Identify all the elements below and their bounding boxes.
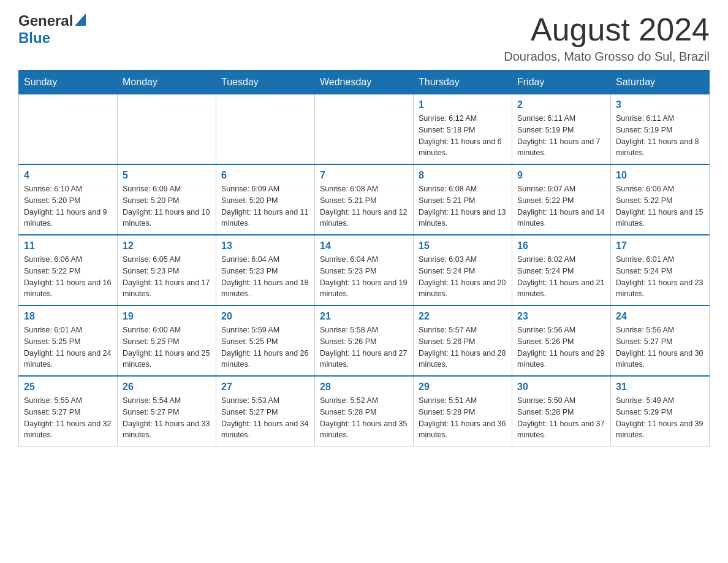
day-info: Sunrise: 6:08 AMSunset: 5:21 PMDaylight:… (320, 183, 408, 229)
page-header: General Blue August 2024 Dourados, Mato … (18, 12, 710, 64)
day-info-line: Daylight: 11 hours and 35 minutes. (320, 419, 407, 440)
day-info-line: Sunset: 5:23 PM (123, 267, 179, 275)
day-info-line: Sunset: 5:27 PM (616, 337, 672, 346)
day-info: Sunrise: 5:49 AMSunset: 5:29 PMDaylight:… (616, 395, 704, 441)
day-number: 17 (616, 240, 704, 251)
svg-marker-0 (75, 13, 86, 26)
day-info-line: Sunrise: 6:04 AM (221, 255, 279, 264)
calendar-cell: 27Sunrise: 5:53 AMSunset: 5:27 PMDayligh… (216, 376, 315, 446)
day-info-line: Daylight: 11 hours and 37 minutes. (517, 419, 604, 440)
day-number: 20 (221, 311, 309, 322)
day-number: 24 (616, 311, 704, 322)
day-info-line: Daylight: 11 hours and 17 minutes. (123, 278, 210, 299)
day-number: 4 (24, 170, 112, 181)
day-info: Sunrise: 6:07 AMSunset: 5:22 PMDaylight:… (517, 183, 605, 229)
day-number: 23 (517, 311, 605, 322)
day-info: Sunrise: 6:03 AMSunset: 5:24 PMDaylight:… (419, 254, 507, 300)
calendar-cell: 25Sunrise: 5:55 AMSunset: 5:27 PMDayligh… (19, 376, 118, 446)
day-number: 28 (320, 381, 408, 393)
day-number: 5 (123, 170, 211, 181)
calendar-cell: 28Sunrise: 5:52 AMSunset: 5:28 PMDayligh… (315, 376, 414, 446)
day-info-line: Daylight: 11 hours and 26 minutes. (221, 349, 308, 369)
calendar-cell: 19Sunrise: 6:00 AMSunset: 5:25 PMDayligh… (118, 305, 216, 376)
day-info-line: Daylight: 11 hours and 7 minutes. (517, 137, 601, 158)
day-info-line: Sunrise: 5:59 AM (221, 326, 279, 334)
day-info-line: Sunset: 5:20 PM (221, 196, 278, 205)
day-info-line: Sunrise: 5:49 AM (616, 396, 674, 405)
day-info: Sunrise: 5:52 AMSunset: 5:28 PMDaylight:… (320, 395, 408, 441)
column-header-monday: Monday (118, 71, 216, 94)
column-header-saturday: Saturday (611, 71, 710, 94)
day-info-line: Sunrise: 6:08 AM (419, 185, 477, 193)
day-info-line: Sunset: 5:21 PM (419, 196, 475, 205)
day-info-line: Daylight: 11 hours and 6 minutes. (419, 137, 502, 158)
day-info-line: Sunset: 5:26 PM (320, 337, 376, 346)
day-info: Sunrise: 6:11 AMSunset: 5:19 PMDaylight:… (616, 113, 704, 159)
calendar-cell: 4Sunrise: 6:10 AMSunset: 5:20 PMDaylight… (19, 164, 118, 235)
day-number: 2 (517, 99, 605, 110)
day-number: 11 (24, 240, 112, 251)
day-info: Sunrise: 5:54 AMSunset: 5:27 PMDaylight:… (123, 395, 211, 441)
logo-arrow-icon (75, 13, 86, 28)
day-info-line: Sunrise: 5:51 AM (419, 396, 477, 405)
day-info-line: Sunset: 5:28 PM (517, 408, 574, 416)
day-info-line: Sunset: 5:18 PM (419, 126, 475, 134)
day-info: Sunrise: 6:09 AMSunset: 5:20 PMDaylight:… (123, 183, 211, 229)
day-number: 6 (221, 170, 309, 181)
day-info: Sunrise: 6:00 AMSunset: 5:25 PMDaylight:… (123, 324, 211, 370)
calendar-week-row: 1Sunrise: 6:12 AMSunset: 5:18 PMDaylight… (19, 94, 710, 165)
day-info-line: Sunset: 5:23 PM (320, 267, 376, 275)
day-info-line: Sunset: 5:24 PM (616, 267, 672, 275)
calendar-cell: 31Sunrise: 5:49 AMSunset: 5:29 PMDayligh… (611, 376, 710, 446)
day-info: Sunrise: 5:57 AMSunset: 5:26 PMDaylight:… (419, 324, 507, 370)
calendar-week-row: 18Sunrise: 6:01 AMSunset: 5:25 PMDayligh… (19, 305, 710, 376)
day-info-line: Daylight: 11 hours and 30 minutes. (616, 349, 703, 369)
calendar-cell: 12Sunrise: 6:05 AMSunset: 5:23 PMDayligh… (118, 235, 216, 305)
day-info-line: Daylight: 11 hours and 23 minutes. (616, 278, 703, 299)
day-info-line: Daylight: 11 hours and 11 minutes. (221, 208, 308, 228)
day-number: 12 (123, 240, 211, 251)
day-info-line: Sunset: 5:22 PM (24, 267, 80, 275)
day-info-line: Sunrise: 5:58 AM (320, 326, 378, 334)
day-info: Sunrise: 6:06 AMSunset: 5:22 PMDaylight:… (616, 183, 704, 229)
day-info-line: Sunset: 5:22 PM (616, 196, 672, 205)
calendar-cell: 29Sunrise: 5:51 AMSunset: 5:28 PMDayligh… (414, 376, 512, 446)
calendar-cell: 17Sunrise: 6:01 AMSunset: 5:24 PMDayligh… (611, 235, 710, 305)
day-info-line: Sunset: 5:24 PM (517, 267, 574, 275)
calendar-cell: 6Sunrise: 6:09 AMSunset: 5:20 PMDaylight… (216, 164, 315, 235)
column-header-friday: Friday (512, 71, 611, 94)
calendar-cell: 10Sunrise: 6:06 AMSunset: 5:22 PMDayligh… (611, 164, 710, 235)
day-number: 10 (616, 170, 704, 181)
calendar-week-row: 11Sunrise: 6:06 AMSunset: 5:22 PMDayligh… (19, 235, 710, 305)
day-number: 31 (616, 381, 704, 393)
calendar-cell: 23Sunrise: 5:56 AMSunset: 5:26 PMDayligh… (512, 305, 611, 376)
day-info-line: Sunset: 5:26 PM (517, 337, 574, 346)
calendar-cell: 7Sunrise: 6:08 AMSunset: 5:21 PMDaylight… (315, 164, 414, 235)
day-info-line: Sunrise: 6:07 AM (517, 185, 575, 193)
calendar-cell: 8Sunrise: 6:08 AMSunset: 5:21 PMDaylight… (414, 164, 512, 235)
day-number: 30 (517, 381, 605, 393)
calendar-header-row: SundayMondayTuesdayWednesdayThursdayFrid… (19, 71, 710, 94)
day-number: 16 (517, 240, 605, 251)
day-info-line: Daylight: 11 hours and 20 minutes. (419, 278, 506, 299)
day-info: Sunrise: 6:04 AMSunset: 5:23 PMDaylight:… (221, 254, 309, 300)
day-info-line: Sunrise: 6:09 AM (123, 185, 181, 193)
day-info: Sunrise: 5:53 AMSunset: 5:27 PMDaylight:… (221, 395, 309, 441)
calendar-cell: 16Sunrise: 6:02 AMSunset: 5:24 PMDayligh… (512, 235, 611, 305)
day-number: 1 (419, 99, 507, 110)
day-info-line: Sunset: 5:20 PM (24, 196, 80, 205)
calendar-cell: 20Sunrise: 5:59 AMSunset: 5:25 PMDayligh… (216, 305, 315, 376)
column-header-wednesday: Wednesday (315, 71, 414, 94)
day-info-line: Daylight: 11 hours and 12 minutes. (320, 208, 407, 228)
day-info-line: Daylight: 11 hours and 9 minutes. (24, 208, 107, 228)
day-info-line: Sunset: 5:19 PM (616, 126, 672, 134)
day-info-line: Sunset: 5:23 PM (221, 267, 278, 275)
calendar-week-row: 4Sunrise: 6:10 AMSunset: 5:20 PMDaylight… (19, 164, 710, 235)
day-info-line: Daylight: 11 hours and 33 minutes. (123, 419, 210, 440)
day-info-line: Sunset: 5:25 PM (24, 337, 80, 346)
day-info-line: Daylight: 11 hours and 39 minutes. (616, 419, 703, 440)
day-info-line: Daylight: 11 hours and 14 minutes. (517, 208, 604, 228)
day-info-line: Sunrise: 5:52 AM (320, 396, 378, 405)
day-info-line: Sunrise: 6:01 AM (24, 326, 82, 334)
calendar-cell: 5Sunrise: 6:09 AMSunset: 5:20 PMDaylight… (118, 164, 216, 235)
